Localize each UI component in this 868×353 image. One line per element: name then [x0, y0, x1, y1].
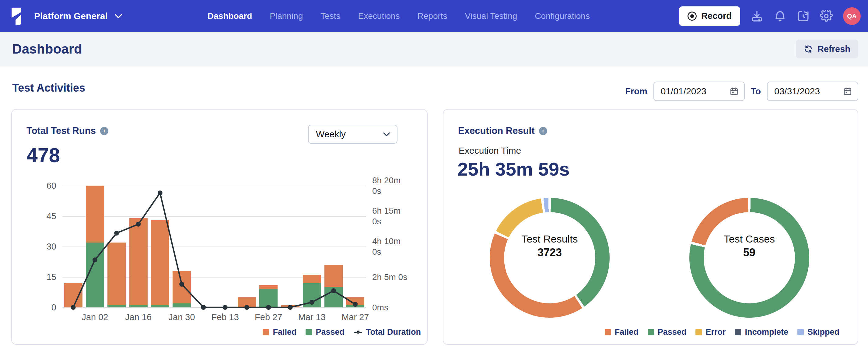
refresh-icon — [804, 44, 813, 54]
duration-line-marker — [354, 329, 362, 335]
settings-gear-icon[interactable] — [820, 10, 833, 23]
download-agent-icon[interactable] — [750, 10, 763, 23]
card-title-execution-result: Execution Result — [458, 125, 547, 136]
chevron-down-icon — [383, 132, 390, 137]
test-cases-donut: Test Cases 59 — [689, 198, 809, 318]
nav-item-visual-testing[interactable]: Visual Testing — [465, 11, 517, 21]
legend-item-failed[interactable]: Failed — [262, 327, 297, 337]
test-results-donut-label: Test Results 3723 — [521, 233, 578, 259]
top-navbar: Platform General Dashboard Planning Test… — [0, 0, 868, 32]
y-axis-tick: 60 — [30, 181, 56, 191]
legend-item-passed[interactable]: Passed — [648, 327, 687, 337]
x-axis-tick: Feb 27 — [255, 312, 282, 322]
total-duration-line — [62, 186, 366, 307]
to-date-input[interactable]: 03/31/2023 — [767, 82, 858, 101]
nav-item-planning[interactable]: Planning — [270, 11, 303, 21]
y-axis-tick: 15 — [30, 272, 56, 282]
katalon-logo — [11, 7, 22, 25]
nav-item-configurations[interactable]: Configurations — [535, 11, 590, 21]
legend-item-failed[interactable]: Failed — [605, 327, 639, 337]
legend-item-total-duration[interactable]: Total Duration — [354, 327, 421, 337]
date-range-filter: From 01/01/2023 To 03/31/2023 — [625, 82, 858, 101]
passed-swatch — [648, 329, 654, 335]
card-title-total-test-runs: Total Test Runs — [27, 125, 108, 136]
from-date-input[interactable]: 01/01/2023 — [653, 82, 745, 101]
page-title: Dashboard — [12, 41, 82, 57]
x-axis-tick: Jan 30 — [168, 312, 195, 322]
passed-swatch — [306, 329, 312, 335]
to-label: To — [751, 87, 761, 96]
legend-item-incomplete[interactable]: Incomplete — [735, 327, 788, 337]
record-icon — [687, 11, 696, 21]
calendar-icon[interactable] — [843, 87, 852, 96]
y-axis-tick: 0 — [30, 302, 56, 313]
right-axis-tick: 8h 20m 0s — [372, 175, 412, 196]
total-test-runs-card: Total Test Runs Weekly 478 015304560 Jan… — [11, 109, 428, 345]
failed-swatch — [262, 329, 269, 335]
test-runs-legend: Failed Passed Total Duration — [262, 327, 421, 337]
right-axis-tick: 4h 10m 0s — [372, 236, 412, 257]
execution-result-card: Execution Result Execution Time 25h 35m … — [443, 109, 858, 345]
nav-item-tests[interactable]: Tests — [320, 11, 340, 21]
project-name: Platform General — [34, 11, 108, 21]
error-swatch — [695, 329, 702, 335]
legend-item-skipped[interactable]: Skipped — [797, 327, 839, 337]
legend-item-error[interactable]: Error — [695, 327, 725, 337]
interval-select[interactable]: Weekly — [308, 125, 398, 143]
test-runs-chart-plot: 015304560 — [62, 186, 366, 307]
failed-swatch — [605, 329, 611, 335]
right-axis-tick: 6h 15m 0s — [372, 205, 412, 227]
execution-result-legend: FailedPassedErrorIncompleteSkipped — [605, 327, 839, 337]
refresh-button[interactable]: Refresh — [796, 39, 858, 58]
incomplete-swatch — [735, 329, 741, 335]
user-avatar[interactable]: QA — [843, 7, 861, 25]
right-axis-tick: 0ms — [372, 302, 389, 313]
main-nav: Dashboard Planning Tests Executions Repo… — [208, 0, 590, 32]
x-axis-tick: Mar 27 — [341, 312, 369, 322]
chevron-down-icon — [115, 14, 122, 19]
execution-time-value: 25h 35m 59s — [458, 158, 570, 180]
execution-time-label: Execution Time — [459, 146, 521, 156]
section-title-test-activities: Test Activities — [12, 82, 85, 94]
x-axis-tick: Jan 16 — [125, 312, 152, 322]
test-cases-donut-label: Test Cases 59 — [724, 233, 775, 259]
history-icon[interactable] — [797, 10, 810, 23]
x-axis-labels: Jan 02Jan 16Jan 30Feb 13Feb 27Mar 13Mar … — [62, 312, 366, 324]
nav-item-executions[interactable]: Executions — [358, 11, 400, 21]
page-header: Dashboard Refresh — [0, 32, 868, 66]
project-switcher[interactable]: Platform General — [34, 0, 122, 32]
legend-item-passed[interactable]: Passed — [306, 327, 344, 337]
x-axis-tick: Mar 13 — [298, 312, 326, 322]
nav-item-reports[interactable]: Reports — [417, 11, 447, 21]
navbar-actions: Record QA — [679, 0, 861, 32]
info-icon[interactable] — [539, 127, 547, 135]
notifications-bell-icon[interactable] — [774, 10, 786, 23]
from-label: From — [625, 87, 647, 96]
x-axis-tick: Feb 13 — [211, 312, 239, 322]
record-button[interactable]: Record — [679, 6, 740, 26]
x-axis-tick: Jan 02 — [82, 312, 108, 322]
calendar-icon[interactable] — [730, 87, 739, 96]
info-icon[interactable] — [100, 127, 108, 135]
right-axis-labels: 0ms2h 5m 0s4h 10m 0s6h 15m 0s8h 20m 0s — [372, 186, 412, 307]
total-test-runs-value: 478 — [27, 143, 60, 167]
y-axis-tick: 30 — [30, 242, 56, 252]
test-results-donut: Test Results 3723 — [490, 198, 610, 318]
right-axis-tick: 2h 5m 0s — [372, 272, 407, 282]
nav-item-dashboard[interactable]: Dashboard — [208, 11, 252, 21]
skipped-swatch — [797, 329, 804, 335]
y-axis-tick: 45 — [30, 211, 56, 221]
